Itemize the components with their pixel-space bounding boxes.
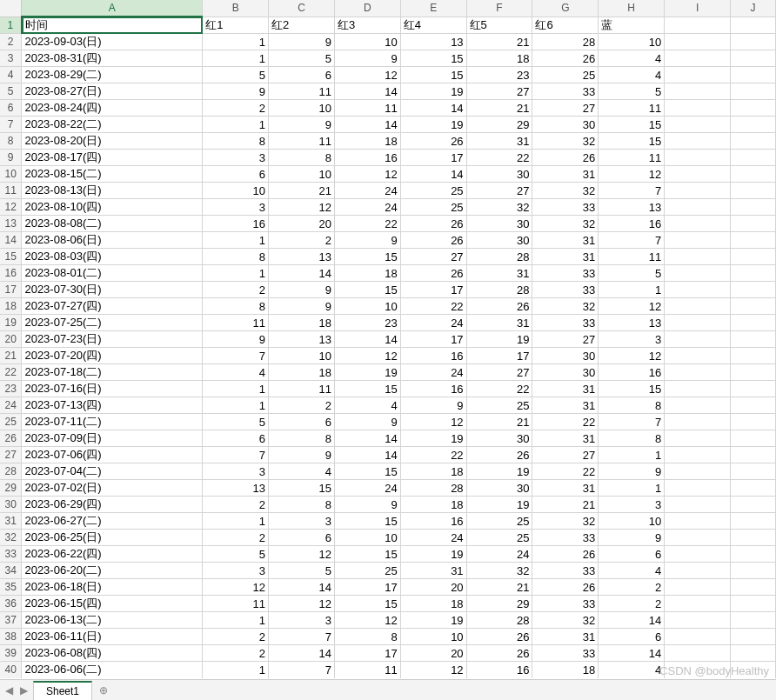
cell-H35[interactable]: 2 xyxy=(599,579,665,596)
cell-J29[interactable] xyxy=(730,480,775,497)
cell-F29[interactable]: 30 xyxy=(466,480,532,497)
cell-B13[interactable]: 16 xyxy=(203,216,269,232)
cell-J19[interactable] xyxy=(730,315,775,331)
cell-B23[interactable]: 1 xyxy=(203,381,269,397)
cell-C6[interactable]: 10 xyxy=(269,100,335,117)
row-header-32[interactable]: 32 xyxy=(0,530,22,546)
cell-D5[interactable]: 14 xyxy=(334,83,400,100)
cell-J22[interactable] xyxy=(730,364,775,381)
row-header-1[interactable]: 1 xyxy=(0,17,22,34)
cell-A30[interactable]: 2023-06-29(四) xyxy=(22,497,203,513)
cell-G39[interactable]: 33 xyxy=(532,645,599,662)
cell-D18[interactable]: 10 xyxy=(334,298,400,315)
cell-H33[interactable]: 6 xyxy=(599,546,665,563)
row-header-14[interactable]: 14 xyxy=(0,232,22,249)
cell-F24[interactable]: 25 xyxy=(466,397,532,414)
cell-H37[interactable]: 14 xyxy=(599,612,665,629)
cell-D23[interactable]: 15 xyxy=(334,381,400,397)
cell-C15[interactable]: 13 xyxy=(269,249,335,265)
cell-F33[interactable]: 24 xyxy=(466,546,532,563)
cell-A6[interactable]: 2023-08-24(四) xyxy=(22,100,203,117)
cell-D26[interactable]: 14 xyxy=(334,430,400,447)
cell-G25[interactable]: 22 xyxy=(532,414,599,430)
cell-A12[interactable]: 2023-08-10(四) xyxy=(22,199,203,216)
row-header-15[interactable]: 15 xyxy=(0,249,22,265)
cell-J30[interactable] xyxy=(730,497,775,513)
cell-F36[interactable]: 29 xyxy=(466,596,532,612)
row-header-24[interactable]: 24 xyxy=(0,397,22,414)
cell-I37[interactable] xyxy=(665,612,731,629)
cell-C1[interactable]: 红2 xyxy=(269,17,335,34)
row-header-5[interactable]: 5 xyxy=(0,83,22,100)
cell-J10[interactable] xyxy=(730,166,775,183)
column-header-J[interactable]: J xyxy=(730,0,775,17)
cell-A14[interactable]: 2023-08-06(日) xyxy=(22,232,203,249)
column-header-G[interactable]: G xyxy=(532,0,599,17)
cell-I24[interactable] xyxy=(665,397,731,414)
cell-I7[interactable] xyxy=(665,117,731,133)
cell-I22[interactable] xyxy=(665,364,731,381)
row-header-29[interactable]: 29 xyxy=(0,480,22,497)
cell-G40[interactable]: 18 xyxy=(532,662,599,678)
cell-A29[interactable]: 2023-07-02(日) xyxy=(22,480,203,497)
cell-D3[interactable]: 9 xyxy=(334,50,400,67)
cell-A22[interactable]: 2023-07-18(二) xyxy=(22,364,203,381)
column-header-E[interactable]: E xyxy=(400,0,466,17)
cell-G6[interactable]: 27 xyxy=(532,100,599,117)
cell-E3[interactable]: 15 xyxy=(400,50,466,67)
cell-E5[interactable]: 19 xyxy=(400,83,466,100)
row-header-28[interactable]: 28 xyxy=(0,463,22,480)
cell-D35[interactable]: 17 xyxy=(334,579,400,596)
cell-E40[interactable]: 12 xyxy=(400,662,466,678)
cell-J3[interactable] xyxy=(730,50,775,67)
cell-H40[interactable]: 4 xyxy=(599,662,665,678)
cell-I15[interactable] xyxy=(665,249,731,265)
cell-A2[interactable]: 2023-09-03(日) xyxy=(22,34,203,50)
add-sheet-button[interactable]: ⊕ xyxy=(92,684,115,697)
cell-C2[interactable]: 9 xyxy=(269,34,335,50)
row-header-20[interactable]: 20 xyxy=(0,331,22,348)
cell-I9[interactable] xyxy=(665,150,731,166)
cell-E39[interactable]: 20 xyxy=(400,645,466,662)
row-header-39[interactable]: 39 xyxy=(0,645,22,662)
cell-J27[interactable] xyxy=(730,447,775,463)
cell-F18[interactable]: 26 xyxy=(466,298,532,315)
cell-F11[interactable]: 27 xyxy=(466,183,532,199)
cell-A17[interactable]: 2023-07-30(日) xyxy=(22,282,203,298)
cell-J33[interactable] xyxy=(730,546,775,563)
cell-H13[interactable]: 16 xyxy=(599,216,665,232)
cell-C12[interactable]: 12 xyxy=(269,199,335,216)
cell-I35[interactable] xyxy=(665,579,731,596)
cell-H22[interactable]: 16 xyxy=(599,364,665,381)
cell-C22[interactable]: 18 xyxy=(269,364,335,381)
cell-C34[interactable]: 5 xyxy=(269,563,335,579)
row-header-25[interactable]: 25 xyxy=(0,414,22,430)
cell-F12[interactable]: 32 xyxy=(466,199,532,216)
column-header-H[interactable]: H xyxy=(599,0,665,17)
row-header-9[interactable]: 9 xyxy=(0,150,22,166)
cell-I16[interactable] xyxy=(665,265,731,282)
cell-I28[interactable] xyxy=(665,463,731,480)
row-header-7[interactable]: 7 xyxy=(0,117,22,133)
cell-B22[interactable]: 4 xyxy=(203,364,269,381)
cell-B19[interactable]: 11 xyxy=(203,315,269,331)
cell-B20[interactable]: 9 xyxy=(203,331,269,348)
cell-A21[interactable]: 2023-07-20(四) xyxy=(22,348,203,364)
cell-E29[interactable]: 28 xyxy=(400,480,466,497)
cell-H32[interactable]: 9 xyxy=(599,530,665,546)
cell-I1[interactable] xyxy=(665,17,731,34)
cell-H29[interactable]: 1 xyxy=(599,480,665,497)
row-header-40[interactable]: 40 xyxy=(0,662,22,678)
cell-H11[interactable]: 7 xyxy=(599,183,665,199)
row-header-36[interactable]: 36 xyxy=(0,596,22,612)
row-header-2[interactable]: 2 xyxy=(0,34,22,50)
column-header-F[interactable]: F xyxy=(466,0,532,17)
cell-B32[interactable]: 2 xyxy=(203,530,269,546)
cell-J14[interactable] xyxy=(730,232,775,249)
cell-B33[interactable]: 5 xyxy=(203,546,269,563)
cell-F16[interactable]: 31 xyxy=(466,265,532,282)
cell-A9[interactable]: 2023-08-17(四) xyxy=(22,150,203,166)
cell-G24[interactable]: 31 xyxy=(532,397,599,414)
cell-I23[interactable] xyxy=(665,381,731,397)
cell-C38[interactable]: 7 xyxy=(269,629,335,645)
